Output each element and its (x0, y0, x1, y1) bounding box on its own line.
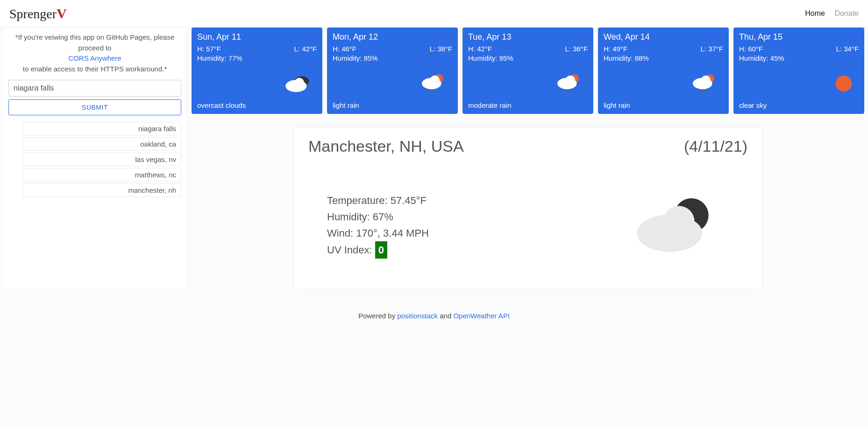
nav-links: Home Donate (797, 9, 859, 18)
history-item[interactable]: oakland, ca (22, 137, 181, 151)
svg-point-23 (703, 91, 704, 93)
svg-point-22 (699, 90, 701, 91)
svg-point-17 (565, 93, 567, 94)
forecast-card[interactable]: Thu, Apr 15H: 60°FL: 34°FHumidity: 45%cl… (733, 28, 864, 114)
svg-point-10 (433, 93, 434, 94)
history-item[interactable]: matthews, nc (22, 168, 181, 182)
footer-link-positionstack[interactable]: positionstack (397, 312, 438, 320)
navbar: SprengerV Home Donate (0, 0, 868, 28)
brand[interactable]: SprengerV (9, 6, 67, 21)
forecast-lo: L: 38°F (429, 45, 452, 53)
detail-uv-label: UV Index: (327, 244, 375, 256)
forecast-card[interactable]: Mon, Apr 12H: 46°FL: 38°FHumidity: 85%li… (327, 28, 458, 114)
forecast-condition: light rain (604, 101, 723, 109)
forecast-icon (197, 66, 317, 101)
cors-link[interactable]: CORS Anywhere (68, 54, 121, 62)
svg-point-21 (701, 76, 711, 85)
svg-point-6 (428, 90, 430, 91)
forecast-hi: H: 60°F (739, 45, 763, 53)
forecast-lo: L: 37°F (700, 45, 723, 53)
detail-stats: Temperature: 57.45°F Humidity: 67% Wind:… (318, 192, 603, 259)
forecast-humidity: Humidity: 95% (468, 54, 588, 62)
forecast-card[interactable]: Sun, Apr 11H: 57°FL: 42°FHumidity: 77%ov… (192, 28, 322, 114)
forecast-icon (333, 66, 452, 101)
history-item[interactable]: manchester, nh (22, 183, 181, 197)
forecast-condition: overcast clouds (197, 101, 317, 109)
detail-date: (4/11/21) (684, 137, 747, 155)
svg-point-18 (569, 93, 570, 94)
svg-point-30 (663, 206, 695, 237)
forecast-date: Sun, Apr 11 (197, 32, 317, 42)
svg-point-13 (565, 76, 575, 85)
forecast-humidity: Humidity: 77% (197, 54, 317, 62)
forecast-card[interactable]: Tue, Apr 13H: 42°FL: 36°FHumidity: 95%mo… (462, 28, 593, 114)
forecast-hilo: H: 46°FL: 38°F (333, 45, 452, 53)
footer-link-openweather[interactable]: OpenWeather API (453, 312, 510, 320)
forecast-hi: H: 46°F (333, 45, 356, 53)
forecast-lo: L: 42°F (294, 45, 317, 53)
footer: Powered by positionstack and OpenWeather… (0, 298, 868, 334)
search-input[interactable] (8, 80, 181, 97)
note-a: *If you're veiwing this app on GitHub Pa… (15, 33, 175, 52)
forecast-lo: L: 34°F (836, 45, 859, 53)
forecast-condition: light rain (333, 101, 452, 109)
note-b: to enable access to their HTTPS workarou… (23, 65, 167, 73)
svg-point-15 (567, 91, 569, 93)
footer-mid: and (438, 312, 453, 320)
svg-point-16 (570, 90, 572, 91)
svg-point-27 (836, 76, 852, 92)
history-item[interactable]: niagara falls (22, 122, 181, 135)
detail-card: Manchester, NH, USA (4/11/21) Temperatur… (294, 128, 761, 288)
svg-point-26 (704, 93, 705, 94)
sidebar: *If you're veiwing this app on GitHub Pa… (4, 28, 186, 288)
forecast-date: Mon, Apr 12 (333, 32, 452, 42)
forecast-humidity: Humidity: 85% (333, 54, 452, 62)
detail-title: Manchester, NH, USA (308, 137, 464, 155)
forecast-humidity: Humidity: 45% (739, 54, 859, 62)
detail-wind: Wind: 170°, 3.44 MPH (327, 225, 603, 241)
forecast-icon (468, 66, 588, 101)
uv-badge: 0 (375, 241, 387, 259)
forecast-hilo: H: 49°FL: 37°F (604, 45, 723, 53)
svg-point-5 (430, 76, 440, 85)
forecast-icon (739, 66, 859, 101)
forecast-row: Sun, Apr 11H: 57°FL: 42°FHumidity: 77%ov… (192, 28, 864, 114)
forecast-hilo: H: 60°FL: 34°F (739, 45, 859, 53)
main: Sun, Apr 11H: 57°FL: 42°FHumidity: 77%ov… (192, 28, 864, 288)
history-item[interactable]: las vegas, nv (22, 153, 181, 166)
submit-button[interactable]: Submit (8, 99, 181, 115)
forecast-date: Wed, Apr 14 (604, 32, 723, 42)
brand-v: V (57, 6, 67, 21)
detail-hum: Humidity: 67% (327, 209, 603, 225)
svg-point-2 (294, 78, 304, 88)
forecast-hi: H: 42°F (468, 45, 492, 53)
forecast-date: Thu, Apr 15 (739, 32, 859, 42)
detail-uv-row: UV Index: 0 (327, 241, 603, 259)
forecast-lo: L: 36°F (565, 45, 588, 53)
svg-point-14 (564, 90, 565, 91)
forecast-date: Tue, Apr 13 (468, 32, 588, 42)
nav-home[interactable]: Home (805, 9, 825, 17)
forecast-condition: moderate rain (468, 101, 588, 109)
forecast-hi: H: 57°F (197, 45, 221, 53)
overcast-icon (631, 190, 724, 260)
brand-text: Sprenger (9, 7, 57, 21)
history-list: niagara fallsoakland, calas vegas, nvmat… (8, 122, 181, 197)
forecast-hilo: H: 42°FL: 36°F (468, 45, 588, 53)
forecast-card[interactable]: Wed, Apr 14H: 49°FL: 37°FHumidity: 88%li… (598, 28, 729, 114)
detail-temp: Temperature: 57.45°F (327, 192, 603, 209)
forecast-hilo: H: 57°FL: 42°F (197, 45, 317, 53)
cors-note: *If you're veiwing this app on GitHub Pa… (8, 32, 181, 74)
svg-point-25 (701, 93, 702, 94)
forecast-condition: clear sky (739, 101, 859, 109)
forecast-hi: H: 49°F (604, 45, 627, 53)
svg-point-8 (435, 90, 436, 91)
svg-point-7 (432, 91, 433, 93)
svg-point-9 (430, 93, 431, 94)
svg-point-24 (706, 90, 707, 91)
detail-icon-wrap (617, 190, 738, 260)
forecast-humidity: Humidity: 88% (604, 54, 723, 62)
footer-prefix: Powered by (358, 312, 397, 320)
nav-donate[interactable]: Donate (834, 9, 859, 17)
forecast-icon (604, 66, 723, 101)
